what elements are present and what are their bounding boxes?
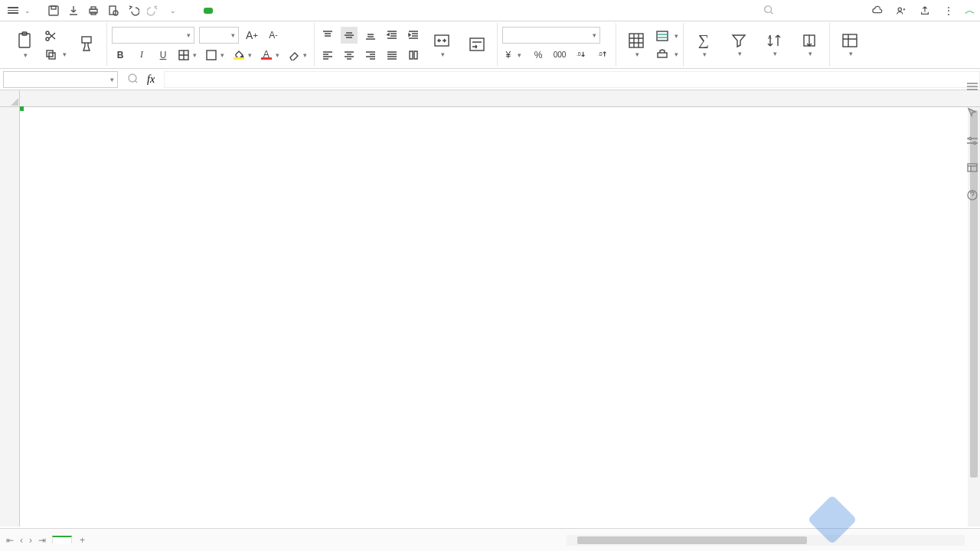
cancel-formula-icon[interactable] [127,73,138,86]
tab-formula[interactable] [277,8,286,14]
tab-data[interactable] [302,8,311,14]
paste-button[interactable]: ▾ [9,31,40,59]
size-select[interactable]: ▾ [199,27,239,44]
search-input[interactable] [777,5,861,15]
prev-sheet-icon[interactable]: ‹ [20,535,23,546]
command-search[interactable] [763,5,861,16]
sum-button[interactable]: ∑▾ [688,31,719,58]
sheet-tab[interactable] [52,536,72,543]
decrease-font-icon[interactable]: A- [265,27,282,44]
tab-dev[interactable] [375,8,384,14]
copy-button[interactable]: ▾ [44,47,67,62]
select-all-corner[interactable] [0,90,19,107]
svg-point-7 [765,6,772,13]
fx-icon[interactable]: fx [147,73,155,86]
decrease-decimal-button[interactable]: .0 [594,47,611,64]
font-color-button[interactable]: A▾ [259,47,282,64]
settings-icon[interactable] [967,135,978,148]
redo-icon[interactable] [147,5,159,17]
tab-start[interactable] [204,8,213,14]
tab-layout[interactable] [253,8,262,14]
currency-button[interactable]: ¥▾ [502,47,525,64]
fill-icon [802,33,817,48]
orientation-icon[interactable] [405,47,422,64]
align-middle-icon[interactable] [341,27,358,44]
grid[interactable] [20,90,980,527]
share-icon [920,5,930,16]
horizontal-scrollbar[interactable] [567,535,965,546]
chevron-down-icon[interactable]: ▾ [110,76,114,83]
group-cells: ▾ [830,23,870,67]
collab-button[interactable] [896,5,909,16]
cell-style-button[interactable]: ▾ [656,47,678,62]
table-style-button[interactable]: ▾ [656,28,678,44]
fill-color-button[interactable]: ▾ [231,47,254,64]
align-right-icon[interactable] [362,47,379,64]
cell-button[interactable]: ▾ [835,33,865,57]
comma-button[interactable]: 000 [551,47,568,64]
save-icon[interactable] [47,5,60,17]
unsaved-button[interactable] [872,5,885,16]
next-sheet-icon[interactable]: › [29,535,32,546]
underline-button[interactable]: U [155,47,172,64]
tab-insert[interactable] [228,8,237,14]
fill-style-icon [206,50,217,60]
preview-icon[interactable] [107,5,119,17]
qat-more-icon[interactable]: ⌄ [167,5,179,17]
wrap-text-button[interactable] [462,36,492,54]
file-menu[interactable]: ⌄ [5,5,34,16]
name-box-input[interactable] [7,73,83,85]
indent-decrease-icon[interactable] [384,27,400,44]
hamburger-icon[interactable] [967,80,978,93]
brush-icon [79,35,94,54]
sort-button[interactable]: A▾ [759,33,789,57]
percent-button[interactable]: % [530,47,547,64]
svg-rect-27 [843,34,857,47]
help-icon[interactable] [967,190,978,204]
undo-icon[interactable] [127,5,139,17]
increase-font-icon[interactable]: A+ [243,27,260,44]
align-left-icon[interactable] [319,47,336,64]
last-sheet-icon[interactable]: ⇥ [38,535,46,546]
name-box[interactable]: ▾ [3,71,118,88]
align-center-icon[interactable] [341,47,358,64]
print-icon[interactable] [87,5,100,17]
font-select[interactable]: ▾ [112,27,194,44]
tab-review[interactable] [326,8,335,14]
cut-button[interactable] [44,28,67,44]
fill-style-button[interactable]: ▾ [204,47,227,64]
share-button[interactable] [920,5,933,16]
merge-center-button[interactable]: ▾ [426,32,457,58]
border-button[interactable]: ▾ [176,47,199,64]
group-clipboard: ▾ ▾ [5,23,107,67]
group-editing: ∑▾ ▾ A▾ ▾ [684,23,830,67]
align-justify-icon[interactable] [384,47,400,64]
clear-format-button[interactable]: ▾ [286,47,309,64]
scrollbar-thumb[interactable] [577,536,807,544]
bold-button[interactable]: B [112,47,129,64]
table-style-icon [656,30,668,42]
italic-button[interactable]: I [133,47,150,64]
more-icon[interactable]: ⋮ [943,5,954,17]
filter-button[interactable]: ▾ [724,33,754,57]
svg-rect-14 [49,53,55,59]
cond-format-button[interactable]: ▾ [621,32,652,58]
output-icon[interactable] [67,5,80,17]
tab-view[interactable] [351,8,360,14]
collapse-ribbon-icon[interactable]: ︿ [965,4,975,18]
cursor-icon[interactable] [967,107,978,121]
increase-decimal-button[interactable]: .0 [573,47,590,64]
format-painter-button[interactable] [71,35,102,55]
template-icon[interactable] [967,162,978,176]
chevron-down-icon: ⌄ [24,7,31,15]
align-top-icon[interactable] [319,27,336,44]
indent-increase-icon[interactable] [405,27,422,44]
add-sheet-button[interactable]: + [72,535,93,546]
number-format-select[interactable]: ▾ [502,27,600,44]
formula-input[interactable] [164,71,980,88]
first-sheet-icon[interactable]: ⇤ [6,535,14,546]
tab-smart[interactable] [424,8,433,14]
fill-button[interactable]: ▾ [794,33,825,57]
tab-vip[interactable] [400,8,409,14]
align-bottom-icon[interactable] [362,27,379,44]
